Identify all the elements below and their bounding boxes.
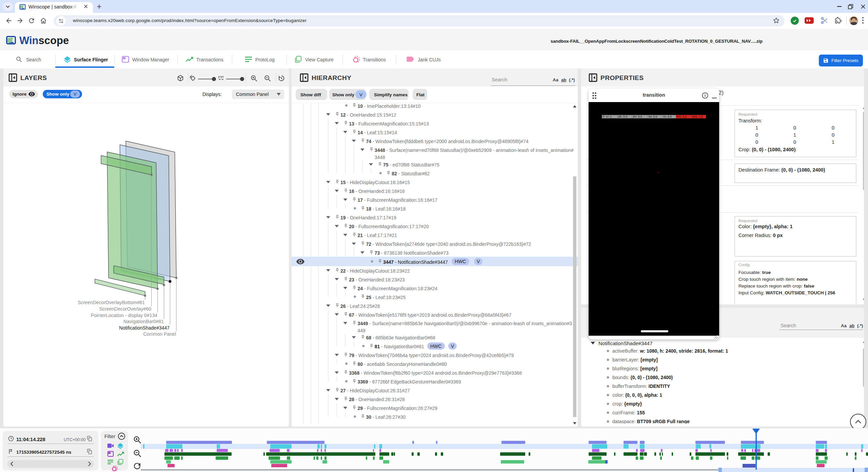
svg-text:14 - Leaf:15:15#14: 14 - Leaf:15:15#14 <box>357 130 397 135</box>
svg-text:15 - HideDisplayCutout:16:16#1: 15 - HideDisplayCutout:16:16#15 <box>340 180 410 185</box>
svg-text:21 - Leaf:17:17#21: 21 - Leaf:17:17#21 <box>357 233 397 238</box>
svg-text:81 - NavigationBar0#81: 81 - NavigationBar0#81 <box>375 344 424 349</box>
svg-text:bufferTransform: IDENTITY: bufferTransform: IDENTITY <box>612 383 670 389</box>
svg-text:3368 - WindowToken{f6b2f60 typ: 3368 - WindowToken{f6b2f60 type=2024 and… <box>349 370 522 376</box>
svg-text:23 - OneHanded:18:23#23: 23 - OneHanded:18:23#23 <box>349 277 405 282</box>
svg-text:27 - HideDisplayCutout:26:31#2: 27 - HideDisplayCutout:26:31#27 <box>340 388 410 393</box>
svg-text:10 - ImePlaceholder:13:14#10: 10 - ImePlaceholder:13:14#10 <box>357 103 420 109</box>
svg-text:activeBuffer: w: 1080, h: 2400: activeBuffer: w: 1080, h: 2400, stride: … <box>612 348 728 354</box>
svg-text:16 - OneHanded:16:16#16: 16 - OneHanded:16:16#16 <box>349 189 405 194</box>
svg-text:blurRegions: [empty]: blurRegions: [empty] <box>612 366 657 371</box>
svg-text:13 - FullscreenMagnification:1: 13 - FullscreenMagnification:15:15#13 <box>349 121 429 126</box>
svg-text:NotificationShade#3447: NotificationShade#3447 <box>598 340 652 346</box>
svg-text:25 - Leaf:18:23#25: 25 - Leaf:18:23#25 <box>366 295 406 300</box>
svg-text:29 - FullscreenMagnification:2: 29 - FullscreenMagnification:26:27#29 <box>357 406 437 411</box>
svg-text:18 - Leaf:16:16#18: 18 - Leaf:16:16#18 <box>366 206 406 212</box>
svg-text:HWC: HWC <box>455 259 466 264</box>
svg-text:30 - Leaf:26:27#30: 30 - Leaf:26:27#30 <box>366 414 406 420</box>
svg-text:73 - 8736138 NotificationShade: 73 - 8736138 NotificationShade#73 <box>375 250 449 256</box>
svg-text:NavigationBar0#81: NavigationBar0#81 <box>123 319 164 324</box>
svg-text:3449 - Surface(name=885b63e Na: 3449 - Surface(name=885b63e NavigationBa… <box>357 321 572 326</box>
svg-text:PointerLocation - display 0#13: PointerLocation - display 0#134 <box>91 313 157 318</box>
svg-text:80 - ace6abb SecondaryHomeHand: 80 - ace6abb SecondaryHomeHandle0#80 <box>357 361 447 367</box>
svg-text:Common Panel: Common Panel <box>143 331 176 337</box>
svg-text:3448: 3448 <box>375 155 385 160</box>
svg-text:bounds: (0, 0) - (1080, 2400): bounds: (0, 0) - (1080, 2400) <box>612 375 673 380</box>
svg-text:3369 - 67726bf EdgeBackGesture: 3369 - 67726bf EdgeBackGestureHandler0#3… <box>357 379 461 385</box>
svg-text:ScreenDecorOverlay#60: ScreenDecorOverlay#60 <box>99 306 152 312</box>
svg-text:17 - FullscreenMagnification:1: 17 - FullscreenMagnification:16:16#17 <box>357 197 437 203</box>
svg-text:68 - 885b63e NavigationBar0#68: 68 - 885b63e NavigationBar0#68 <box>366 335 435 340</box>
svg-text:currFrame: 155: currFrame: 155 <box>612 410 645 415</box>
svg-text:75 - ed70f88 StatusBar#75: 75 - ed70f88 StatusBar#75 <box>383 162 439 168</box>
svg-text:26 - Leaf:24:25#26: 26 - Leaf:24:25#26 <box>340 303 380 309</box>
svg-text:barrierLayer: [empty]: barrierLayer: [empty] <box>612 357 658 362</box>
svg-text:3448 - Surface(name=ed70f88 St: 3448 - Surface(name=ed70f88 StatusBar)/@… <box>375 148 574 153</box>
svg-text:20 - FullscreenMagnification:1: 20 - FullscreenMagnification:17:17#20 <box>349 224 429 229</box>
svg-text:82 - StatusBar#82: 82 - StatusBar#82 <box>392 171 430 176</box>
svg-text:19 - OneHanded:17:17#19: 19 - OneHanded:17:17#19 <box>340 215 396 220</box>
svg-text:color: (0, 0, 0), alpha: 1: color: (0, 0, 0), alpha: 1 <box>612 392 662 398</box>
svg-text:22 - HideDisplayCutout:18:23#2: 22 - HideDisplayCutout:18:23#22 <box>340 268 410 274</box>
svg-text:V: V <box>477 259 480 264</box>
svg-text:3447 - NotificationShade#3447: 3447 - NotificationShade#3447 <box>383 259 448 265</box>
svg-text:HWC: HWC <box>430 343 441 349</box>
svg-text:NotificationShade#3447: NotificationShade#3447 <box>119 325 170 331</box>
svg-text:72 - WindowToken{a2746de type=: 72 - WindowToken{a2746de type=2040 andro… <box>366 241 531 247</box>
svg-text:V: V <box>451 343 454 349</box>
svg-text:12 - OneHanded:15:15#12: 12 - OneHanded:15:15#12 <box>340 112 396 118</box>
svg-text:dataspace: BT709 sRGB Full ran: dataspace: BT709 sRGB Full range <box>612 419 690 424</box>
svg-text:67 - WindowToken{e5176f9 type=: 67 - WindowToken{e5176f9 type=2019 andro… <box>349 312 511 318</box>
svg-text:28 - OneHanded:26:31#28: 28 - OneHanded:26:31#28 <box>349 397 405 402</box>
svg-text:ScreenDecorOverlayBottom#61: ScreenDecorOverlayBottom#61 <box>78 300 145 305</box>
svg-text:449: 449 <box>357 328 365 333</box>
svg-text:crop: {empty}: crop: {empty} <box>612 401 642 407</box>
svg-text:74 - WindowToken{fdddbe6 type=: 74 - WindowToken{fdddbe6 type=2000 andro… <box>366 139 529 144</box>
svg-text:79 - WindowToken{7046b4a type=: 79 - WindowToken{7046b4a type=2024 andro… <box>349 353 514 358</box>
svg-text:24 - FullscreenMagnification:1: 24 - FullscreenMagnification:18:23#24 <box>357 286 437 291</box>
